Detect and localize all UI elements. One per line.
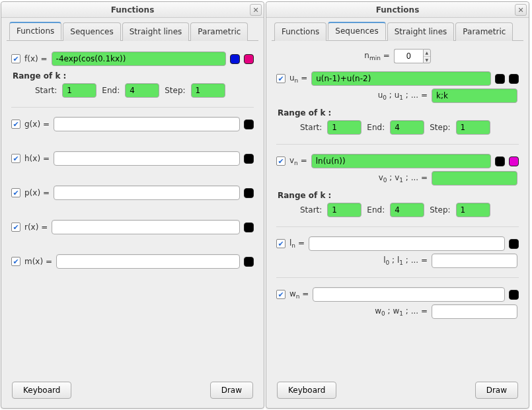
checkbox-u[interactable]: ✔ bbox=[276, 74, 285, 83]
checkbox-f[interactable]: ✔ bbox=[11, 54, 20, 63]
input-h[interactable] bbox=[54, 151, 240, 166]
checkbox-m[interactable]: ✔ bbox=[11, 257, 20, 266]
keyboard-button[interactable]: Keyboard bbox=[277, 382, 336, 399]
init-input-v[interactable] bbox=[432, 171, 517, 186]
range-step-u[interactable] bbox=[456, 120, 490, 135]
input-r[interactable] bbox=[52, 220, 240, 234]
window-body: Functions Sequences Straight lines Param… bbox=[1, 18, 264, 408]
range-start-input[interactable] bbox=[62, 83, 96, 98]
tabbar: Functions Sequences Straight lines Param… bbox=[7, 22, 258, 41]
init-input-u[interactable] bbox=[432, 88, 517, 103]
seq-row-v: ✔ vn = bbox=[274, 154, 521, 168]
divider bbox=[276, 144, 519, 145]
label-g: g(x) = bbox=[24, 120, 50, 129]
label-l: ln = bbox=[289, 238, 305, 249]
func-row-g: ✔ g(x) = bbox=[9, 117, 256, 131]
range-end-label: End: bbox=[367, 123, 385, 132]
func-row-f: ✔ f(x) = bbox=[9, 51, 256, 66]
input-w[interactable] bbox=[313, 287, 505, 302]
tab-functions[interactable]: Functions bbox=[274, 22, 326, 41]
init-row-v: v0 ; v1 ; ... = bbox=[274, 171, 521, 186]
tab-content-functions: ✔ f(x) = Range of k : Start: End: Step: … bbox=[7, 41, 258, 378]
close-icon[interactable]: ✕ bbox=[250, 4, 262, 16]
checkbox-l[interactable]: ✔ bbox=[276, 239, 285, 248]
range-end-label: End: bbox=[367, 205, 385, 215]
range-start-label: Start: bbox=[35, 86, 57, 95]
init-input-w[interactable] bbox=[432, 304, 517, 319]
checkbox-r[interactable]: ✔ bbox=[11, 222, 20, 232]
input-m[interactable] bbox=[56, 254, 240, 269]
tab-content-sequences: nmin = ▲▼ ✔ un = u0 ; u1 ; ... = Range o… bbox=[272, 41, 523, 378]
color-swatch-u-1[interactable] bbox=[495, 74, 505, 84]
color-swatch-f-1[interactable] bbox=[230, 54, 240, 64]
color-swatch-m[interactable] bbox=[244, 257, 254, 267]
range-title-u: Range of k : bbox=[278, 108, 521, 118]
close-icon[interactable]: ✕ bbox=[515, 4, 527, 16]
input-u[interactable] bbox=[311, 71, 491, 86]
window-functions-2: Functions ✕ Functions Sequences Straight… bbox=[266, 1, 529, 409]
checkbox-g[interactable]: ✔ bbox=[11, 120, 20, 129]
range-start-u[interactable] bbox=[327, 120, 361, 135]
chevron-down-icon: ▼ bbox=[424, 57, 430, 63]
color-swatch-p[interactable] bbox=[244, 188, 254, 198]
tab-sequences[interactable]: Sequences bbox=[63, 22, 120, 41]
draw-button[interactable]: Draw bbox=[475, 382, 518, 399]
label-p: p(x) = bbox=[24, 188, 50, 197]
input-p[interactable] bbox=[54, 186, 240, 200]
tab-parametric[interactable]: Parametric bbox=[190, 22, 248, 41]
color-swatch-h[interactable] bbox=[244, 154, 254, 164]
label-f: f(x) = bbox=[24, 54, 48, 63]
checkbox-h[interactable]: ✔ bbox=[11, 154, 20, 163]
color-swatch-f-2[interactable] bbox=[244, 54, 254, 64]
range-start-label: Start: bbox=[300, 205, 322, 215]
init-row-w: w0 ; w1 ; ... = bbox=[274, 304, 521, 319]
tab-straight-lines[interactable]: Straight lines bbox=[122, 22, 190, 41]
color-swatch-v-1[interactable] bbox=[495, 156, 505, 166]
label-r: r(x) = bbox=[24, 222, 48, 232]
tab-sequences[interactable]: Sequences bbox=[328, 22, 385, 40]
color-swatch-w[interactable] bbox=[509, 290, 519, 300]
init-label-u: u0 ; u1 ; ... = bbox=[378, 90, 428, 101]
titlebar[interactable]: Functions ✕ bbox=[1, 2, 264, 18]
color-swatch-g[interactable] bbox=[244, 120, 254, 129]
tab-parametric[interactable]: Parametric bbox=[455, 22, 513, 41]
init-input-l[interactable] bbox=[432, 254, 517, 268]
tab-straight-lines[interactable]: Straight lines bbox=[387, 22, 455, 41]
func-row-r: ✔ r(x) = bbox=[9, 220, 256, 234]
range-end-input[interactable] bbox=[125, 83, 159, 98]
input-g[interactable] bbox=[54, 117, 240, 131]
input-f[interactable] bbox=[52, 51, 226, 66]
window-title: Functions bbox=[111, 5, 155, 15]
color-swatch-u-2[interactable] bbox=[509, 74, 519, 84]
range-row-f: Start: End: Step: bbox=[9, 83, 256, 98]
divider bbox=[276, 226, 519, 227]
tab-functions[interactable]: Functions bbox=[9, 22, 61, 40]
input-l[interactable] bbox=[309, 236, 505, 251]
range-row-u: Start: End: Step: bbox=[274, 120, 521, 135]
range-end-label: End: bbox=[102, 86, 120, 95]
init-label-l: l0 ; l1 ; ... = bbox=[383, 256, 428, 266]
label-v: vn = bbox=[289, 156, 307, 166]
keyboard-button[interactable]: Keyboard bbox=[12, 382, 71, 399]
checkbox-w[interactable]: ✔ bbox=[276, 290, 285, 299]
checkbox-p[interactable]: ✔ bbox=[11, 188, 20, 197]
range-title-v: Range of k : bbox=[278, 191, 521, 200]
divider bbox=[11, 107, 254, 108]
input-v[interactable] bbox=[311, 154, 491, 168]
range-step-v[interactable] bbox=[456, 203, 490, 217]
color-swatch-l[interactable] bbox=[509, 239, 519, 249]
nmin-input[interactable] bbox=[394, 49, 423, 63]
nmin-spin-buttons[interactable]: ▲▼ bbox=[423, 49, 431, 63]
nmin-spinner[interactable]: ▲▼ bbox=[394, 49, 431, 63]
color-swatch-r[interactable] bbox=[244, 222, 254, 232]
range-end-v[interactable] bbox=[390, 203, 424, 217]
range-start-v[interactable] bbox=[327, 203, 361, 217]
checkbox-v[interactable]: ✔ bbox=[276, 156, 285, 166]
titlebar[interactable]: Functions ✕ bbox=[266, 2, 529, 18]
draw-button[interactable]: Draw bbox=[210, 382, 253, 399]
range-step-input[interactable] bbox=[191, 83, 225, 98]
seq-row-l: ✔ ln = bbox=[274, 236, 521, 251]
range-end-u[interactable] bbox=[390, 120, 424, 135]
color-swatch-v-2[interactable] bbox=[509, 156, 519, 166]
footer: Keyboard Draw bbox=[7, 378, 258, 404]
